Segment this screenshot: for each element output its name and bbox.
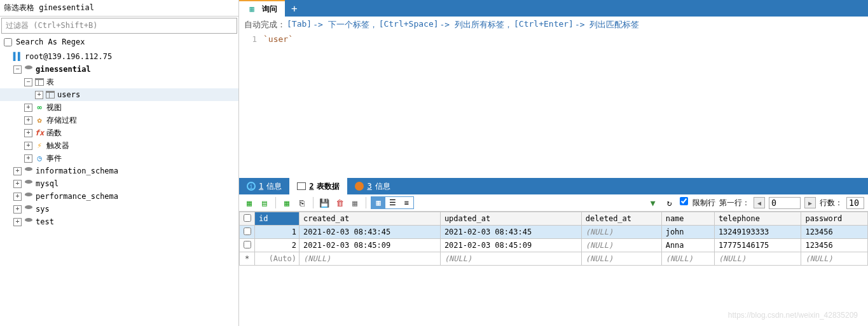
cell[interactable]: Anna	[661, 239, 714, 252]
row-checkbox-cell[interactable]	[240, 239, 255, 252]
cell[interactable]: (NULL)	[801, 252, 868, 266]
select-all-header[interactable]	[240, 212, 255, 226]
form-view-button[interactable]: ☰	[385, 197, 399, 208]
expand-icon[interactable]: +	[24, 104, 32, 112]
cell[interactable]: 2021-02-03 08:45:09	[300, 239, 441, 252]
sql-editor[interactable]: 1 `user`	[239, 33, 868, 178]
regex-checkbox-row[interactable]: Search As Regex	[0, 35, 238, 49]
db-node[interactable]: +information_schema	[0, 165, 238, 177]
new-row[interactable]: *(Auto)(NULL)(NULL)(NULL)(NULL)(NULL)(NU…	[240, 252, 868, 266]
column-header[interactable]: deleted_at	[581, 212, 661, 226]
cell[interactable]: 13249193333	[714, 226, 801, 239]
rows-input[interactable]	[846, 197, 864, 209]
column-header[interactable]: id	[255, 212, 300, 226]
column-header[interactable]: created_at	[300, 212, 441, 226]
expand-icon[interactable]: +	[13, 218, 22, 226]
query-tab[interactable]: ▦ 询问	[239, 0, 285, 17]
refresh-button[interactable]: ↻	[663, 196, 676, 209]
prev-page-button[interactable]: ◀	[754, 197, 765, 208]
line-gutter: 1	[244, 34, 263, 177]
limit-checkbox-label[interactable]: 限制行	[680, 197, 715, 208]
add-tab-button[interactable]: +	[285, 0, 304, 17]
expand-icon[interactable]: +	[13, 193, 22, 201]
sidebar-title: 筛选表格 ginessential	[0, 0, 238, 17]
cell[interactable]: 17775146175	[714, 239, 801, 252]
cell[interactable]: 2021-02-03 08:43:45	[440, 226, 581, 239]
cell[interactable]: 123456	[801, 239, 868, 252]
delete-row-button[interactable]: 🗑	[333, 196, 346, 209]
expand-icon[interactable]: +	[24, 129, 32, 137]
tab-info-3[interactable]: 3 信息	[347, 178, 397, 194]
table-item-users[interactable]: + users	[0, 88, 238, 101]
cell[interactable]: 2	[255, 239, 300, 252]
row-checkbox[interactable]	[244, 228, 251, 235]
regex-checkbox[interactable]	[4, 38, 12, 46]
db-node[interactable]: +test	[0, 215, 238, 228]
cell[interactable]: 1	[255, 226, 300, 239]
cell[interactable]: 123456	[801, 226, 868, 239]
grid-view-button[interactable]: ▦	[371, 197, 385, 208]
cell[interactable]: (NULL)	[581, 239, 661, 252]
cell[interactable]: (Auto)	[255, 252, 300, 266]
cell[interactable]: (NULL)	[661, 252, 714, 266]
first-row-input[interactable]	[769, 197, 801, 209]
next-page-button[interactable]: ▶	[804, 197, 816, 208]
dup-row-button[interactable]: ▦	[280, 196, 293, 209]
copy-button[interactable]: ⎘	[296, 196, 308, 209]
db-node[interactable]: +mysql	[0, 177, 238, 190]
db-node[interactable]: +performance_schema	[0, 190, 238, 203]
tables-folder[interactable]: − 表	[0, 76, 238, 88]
filter-button[interactable]: ▼	[647, 196, 659, 209]
table-row[interactable]: 12021-02-03 08:43:452021-02-03 08:43:45(…	[240, 226, 868, 239]
expand-icon[interactable]: +	[35, 91, 43, 99]
insert-row-button[interactable]: ▤	[258, 196, 271, 209]
cell[interactable]: (NULL)	[714, 252, 801, 266]
database-icon	[24, 217, 34, 227]
trigs-folder[interactable]: + ⚡ 触发器	[0, 139, 238, 152]
column-header[interactable]: name	[661, 212, 714, 226]
column-header[interactable]: updated_at	[440, 212, 581, 226]
server-node[interactable]: ▌▌ root@139.196.112.75	[0, 50, 238, 63]
views-folder[interactable]: + ∞ 视图	[0, 101, 238, 114]
cell[interactable]: john	[661, 226, 714, 239]
cell[interactable]: (NULL)	[581, 226, 661, 239]
server-icon: ▌▌	[13, 51, 23, 62]
events-folder[interactable]: + ◷ 事件	[0, 152, 238, 165]
filter-input[interactable]: 过滤器 (Ctrl+Shift+B)	[1, 18, 237, 34]
table-row[interactable]: 22021-02-03 08:45:092021-02-03 08:45:09(…	[240, 239, 868, 252]
info-icon: i	[247, 182, 256, 191]
procs-folder[interactable]: + ✿ 存储过程	[0, 114, 238, 126]
cell[interactable]: (NULL)	[300, 252, 441, 266]
expand-icon[interactable]: +	[24, 142, 32, 150]
text-view-button[interactable]: ≡	[399, 197, 413, 208]
expand-icon[interactable]: +	[24, 116, 32, 125]
query-tab-label: 询问	[262, 4, 277, 15]
limit-rows-checkbox[interactable]	[680, 197, 688, 205]
collapse-icon[interactable]: −	[13, 65, 22, 74]
expand-icon[interactable]: +	[24, 154, 32, 163]
cell[interactable]: (NULL)	[440, 252, 581, 266]
select-all-checkbox[interactable]	[244, 214, 251, 222]
cell[interactable]: (NULL)	[581, 252, 661, 266]
add-row-button[interactable]: ▦	[243, 196, 256, 209]
expand-icon[interactable]: +	[13, 205, 22, 214]
funcs-folder[interactable]: + fx 函数	[0, 126, 238, 139]
cell[interactable]: 2021-02-03 08:45:09	[440, 239, 581, 252]
row-checkbox-cell[interactable]	[240, 226, 255, 239]
column-header[interactable]: password	[801, 212, 868, 226]
collapse-icon[interactable]: −	[24, 78, 32, 86]
row-checkbox[interactable]	[244, 241, 251, 248]
save-button[interactable]: 💾	[318, 196, 331, 209]
db-node-active[interactable]: − ginessential	[0, 63, 238, 76]
cancel-button[interactable]: ▦	[348, 196, 361, 209]
column-header[interactable]: telephone	[714, 212, 801, 226]
expand-icon[interactable]: +	[13, 180, 22, 188]
tab-info-1[interactable]: i 1 信息	[239, 178, 289, 194]
db-node[interactable]: +sys	[0, 203, 238, 215]
expand-icon[interactable]: +	[13, 167, 22, 175]
main-area: ▦ 询问 + 自动完成： [Tab] -> 下一个标签， [Ctrl+Space…	[239, 0, 868, 326]
data-grid[interactable]: idcreated_atupdated_atdeleted_atnametele…	[239, 212, 868, 266]
sql-code[interactable]: `user`	[263, 34, 293, 177]
cell[interactable]: 2021-02-03 08:43:45	[300, 226, 441, 239]
tab-table-data[interactable]: 2 表数据	[289, 178, 347, 194]
